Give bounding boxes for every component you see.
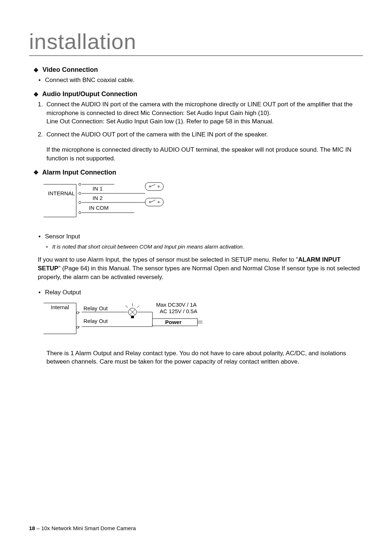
svg-point-18 (79, 212, 81, 214)
relay-out1: Relay Out (83, 305, 108, 311)
svg-rect-7 (145, 183, 163, 191)
svg-point-6 (79, 192, 81, 194)
svg-rect-31 (131, 316, 134, 318)
alarm-setup-post: " (Page 64) in this Manual. The sensor t… (38, 265, 360, 280)
power-label: Power (165, 319, 181, 325)
audio-step-2-text: Connect the AUDIO OUT port of the camera… (46, 131, 268, 138)
svg-point-4 (79, 183, 81, 185)
relay-output-note: There is 1 Alarm Output and Relay contac… (46, 349, 363, 366)
clover-icon: ❖ (33, 91, 38, 98)
audio-step-2: Connect the AUDIO OUT port of the camera… (38, 130, 363, 163)
svg-line-33 (137, 306, 139, 308)
svg-point-9 (158, 186, 159, 187)
heading-audio: ❖ Audio Input/Ouput Connection (33, 90, 363, 98)
audio-step-1b: Line Out Connection: Set Audio Input Gai… (46, 118, 274, 125)
sensor-input-bullet: Sensor Input (45, 232, 363, 241)
heading-audio-text: Audio Input/Ouput Connection (42, 90, 137, 98)
alarm-setup-note: If you want to use Alarm Input, the type… (38, 255, 363, 281)
alarm-input-diagram: INTERNAL IN 1 IN 2 IN COM (44, 181, 363, 226)
diagram-in1: IN 1 (93, 185, 103, 192)
footer-product: 10x Network Mini Smart Dome Camera (41, 525, 136, 531)
relay-internal: Internal (51, 304, 69, 310)
svg-line-32 (126, 306, 128, 308)
clover-icon: ❖ (33, 169, 38, 176)
footer-sep: – (37, 525, 40, 531)
page-number: 18 (29, 525, 35, 531)
rating1: Max DC30V / 1A (156, 302, 197, 308)
audio-step-1: Connect the AUDIO IN port of the camera … (38, 100, 363, 126)
heading-video: ❖ Video Connection (33, 66, 363, 74)
bulb-icon (126, 303, 139, 318)
svg-point-8 (149, 186, 151, 187)
relay-output-diagram: Internal Relay Out Relay Out Power (44, 301, 363, 343)
audio-warning: If the microphone is connected directly … (46, 146, 363, 163)
audio-step-1a: Connect the AUDIO IN port of the camera … (46, 101, 352, 116)
relay-output-bullet: Relay Output (45, 288, 363, 297)
diagram-incom: IN COM (89, 205, 109, 211)
heading-alarm: ❖ Alarm Input Connection (33, 169, 363, 176)
sensor-input-note: It is noted that short circuit between C… (52, 243, 363, 250)
heading-video-text: Video Connection (42, 66, 98, 73)
svg-point-14 (149, 201, 151, 203)
video-bullet-1: Connect with BNC coaxial cable. (45, 76, 363, 85)
page-footer: 18 – 10x Network Mini Smart Dome Camera (29, 525, 136, 531)
page-title: installation (29, 29, 363, 56)
svg-point-12 (79, 201, 81, 204)
clover-icon: ❖ (33, 67, 38, 74)
svg-point-15 (158, 201, 159, 203)
diagram-internal-label: INTERNAL (48, 190, 75, 196)
svg-rect-13 (145, 198, 163, 206)
alarm-setup-pre: If you want to use Alarm Input, the type… (38, 256, 298, 263)
heading-alarm-text: Alarm Input Connection (42, 169, 116, 176)
rating2: AC 125V / 0.5A (160, 308, 197, 314)
diagram-in2: IN 2 (93, 195, 103, 201)
relay-out2: Relay Out (83, 318, 108, 324)
svg-point-23 (77, 312, 79, 314)
